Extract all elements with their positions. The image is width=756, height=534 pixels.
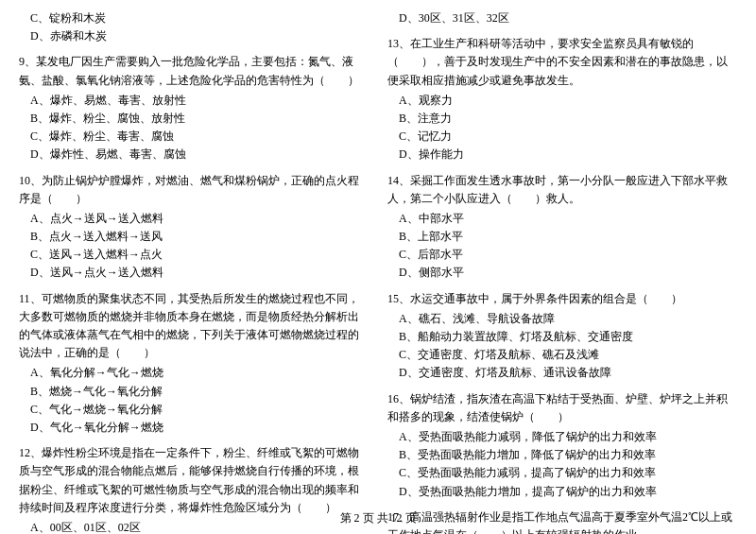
q15-option-c: C、交通密度、灯塔及航标、礁石及浅滩	[399, 346, 737, 364]
question-14: 14、采掘工作面发生透水事故时，第一小分队一般应进入下部水平救人，第二个小队应进…	[387, 172, 737, 283]
q16-option-d: D、受热面吸热能力增加，提高了锅炉的出力和效率	[399, 483, 737, 501]
q9-option-a: A、爆炸、易燃、毒害、放射性	[30, 92, 369, 110]
question-15-text: 15、水运交通事故中，属于外界条件因素的组合是（ ）	[387, 290, 737, 308]
question-9-text: 9、某发电厂因生产需要购入一批危险化学品，主要包括：氮气、液氨、盐酸、氯氧化钠溶…	[19, 53, 369, 89]
q13-option-b: B、注意力	[399, 110, 737, 128]
content-wrapper: C、锭粉和木炭 D、赤磷和木炭 9、某发电厂因生产需要购入一批危险化学品，主要包…	[19, 9, 737, 534]
q9-option-d: D、爆炸性、易燃、毒害、腐蚀	[30, 146, 369, 164]
question-11: 11、可燃物质的聚集状态不同，其受热后所发生的燃烧过程也不同，大多数可燃物质的燃…	[19, 290, 369, 438]
q15-option-a: A、礁石、浅滩、导航设备故障	[399, 310, 737, 328]
q14-option-d: D、侧部水平	[399, 264, 737, 282]
page-container: C、锭粉和木炭 D、赤磷和木炭 9、某发电厂因生产需要购入一批危险化学品，主要包…	[0, 0, 756, 534]
question-12-text: 12、爆炸性粉尘环境是指在一定条件下，粉尘、纤维或飞絮的可燃物质与空气形成的混合…	[19, 444, 369, 517]
page-footer: 第 2 页 共 12 页	[0, 510, 756, 526]
q15-option-b: B、船舶动力装置故障、灯塔及航标、交通密度	[399, 328, 737, 346]
question-14-text: 14、采掘工作面发生透水事故时，第一小分队一般应进入下部水平救人，第二个小队应进…	[387, 172, 737, 208]
right-column: D、30区、31区、32区 13、在工业生产和科研等活动中，要求安全监察员具有敏…	[387, 9, 737, 534]
left-column: C、锭粉和木炭 D、赤磷和木炭 9、某发电厂因生产需要购入一批危险化学品，主要包…	[19, 9, 369, 534]
question-10-text: 10、为防止锅炉炉膛爆炸，对燃油、燃气和煤粉锅炉，正确的点火程序是（ ）	[19, 172, 369, 208]
question-16-text: 16、锅炉结渣，指灰渣在高温下粘结于受热面、炉壁、炉坪之上并积和搭多的现象，结渣…	[387, 390, 737, 426]
q10-option-d: D、送风→点火→送入燃料	[30, 264, 369, 282]
q10-option-a: A、点火→送风→送入燃料	[30, 210, 369, 228]
prev-question-cd: C、锭粉和木炭 D、赤磷和木炭	[19, 9, 369, 45]
q13-option-a: A、观察力	[399, 92, 737, 110]
q10-option-c: C、送风→送入燃料→点火	[30, 246, 369, 264]
q14-option-a: A、中部水平	[399, 210, 737, 228]
q11-option-b: B、燃烧→气化→氧化分解	[30, 383, 369, 401]
question-16: 16、锅炉结渣，指灰渣在高温下粘结于受热面、炉壁、炉坪之上并积和搭多的现象，结渣…	[387, 390, 737, 501]
option-c-prev: C、锭粉和木炭	[30, 9, 369, 27]
q11-option-a: A、氧化分解→气化→燃烧	[30, 364, 369, 382]
q9-option-c: C、爆炸、粉尘、毒害、腐蚀	[30, 128, 369, 146]
q13-option-d: D、操作能力	[399, 146, 737, 164]
question-13: 13、在工业生产和科研等活动中，要求安全监察员具有敏锐的（ ），善于及时发现生产…	[387, 35, 737, 164]
question-11-text: 11、可燃物质的聚集状态不同，其受热后所发生的燃烧过程也不同，大多数可燃物质的燃…	[19, 290, 369, 363]
q10-option-b: B、点火→送入燃料→送风	[30, 228, 369, 246]
q11-option-c: C、气化→燃烧→氧化分解	[30, 401, 369, 419]
q12-option-d: D、30区、31区、32区	[399, 9, 737, 27]
question-9: 9、某发电厂因生产需要购入一批危险化学品，主要包括：氮气、液氨、盐酸、氯氧化钠溶…	[19, 53, 369, 164]
q9-option-b: B、爆炸、粉尘、腐蚀、放射性	[30, 110, 369, 128]
question-15: 15、水运交通事故中，属于外界条件因素的组合是（ ） A、礁石、浅滩、导航设备故…	[387, 290, 737, 383]
q13-option-c: C、记忆力	[399, 128, 737, 146]
q14-option-b: B、上部水平	[399, 228, 737, 246]
q16-option-c: C、受热面吸热能力减弱，提高了锅炉的出力和效率	[399, 464, 737, 482]
page-number: 第 2 页 共 12 页	[340, 511, 417, 525]
q11-option-d: D、气化→氧化分解→燃烧	[30, 419, 369, 437]
q16-option-b: B、受热面吸热能力增加，降低了锅炉的出力和效率	[399, 446, 737, 464]
q16-option-a: A、受热面吸热能力减弱，降低了锅炉的出力和效率	[399, 428, 737, 446]
option-d-prev: D、赤磷和木炭	[30, 27, 369, 45]
q14-option-c: C、后部水平	[399, 246, 737, 264]
q12-option-d-block: D、30区、31区、32区	[387, 9, 737, 27]
question-10: 10、为防止锅炉炉膛爆炸，对燃油、燃气和煤粉锅炉，正确的点火程序是（ ） A、点…	[19, 172, 369, 283]
q15-option-d: D、交通密度、灯塔及航标、通讯设备故障	[399, 364, 737, 382]
question-13-text: 13、在工业生产和科研等活动中，要求安全监察员具有敏锐的（ ），善于及时发现生产…	[387, 35, 737, 90]
